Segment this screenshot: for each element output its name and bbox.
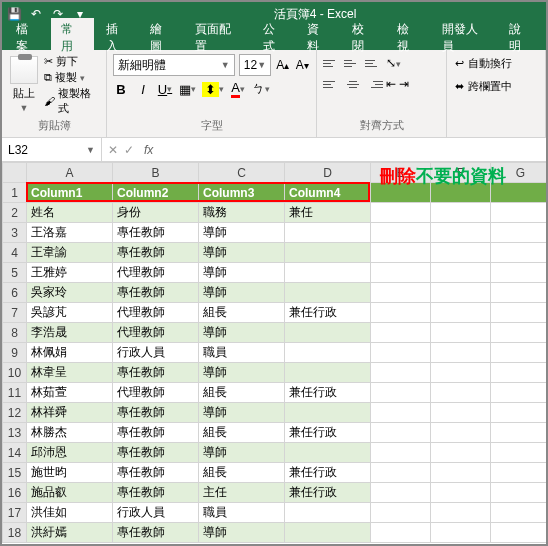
cell[interactable]: 兼任行政	[285, 383, 371, 403]
cell[interactable]	[431, 503, 491, 523]
cell[interactable]: 李浩晟	[27, 323, 113, 343]
row-header[interactable]: 14	[3, 443, 27, 463]
cell[interactable]: 行政人員	[113, 343, 199, 363]
cell[interactable]: 施品叡	[27, 483, 113, 503]
cell[interactable]	[285, 283, 371, 303]
align-bottom-button[interactable]	[365, 54, 383, 72]
cell[interactable]	[491, 263, 549, 283]
cell[interactable]: 專任教師	[113, 223, 199, 243]
cell[interactable]	[431, 303, 491, 323]
cell[interactable]: 導師	[199, 243, 285, 263]
cell[interactable]	[285, 403, 371, 423]
row-header[interactable]: 2	[3, 203, 27, 223]
cell[interactable]: 林韋呈	[27, 363, 113, 383]
cell[interactable]	[431, 363, 491, 383]
cell[interactable]	[491, 443, 549, 463]
cell[interactable]	[371, 443, 431, 463]
cell[interactable]: 導師	[199, 283, 285, 303]
cell[interactable]	[431, 323, 491, 343]
format-painter-button[interactable]: 🖌複製格式	[44, 86, 100, 116]
cell[interactable]: 職員	[199, 503, 285, 523]
cell[interactable]	[285, 263, 371, 283]
name-box[interactable]: L32▼	[2, 138, 102, 161]
col-header-A[interactable]: A	[27, 163, 113, 183]
cell[interactable]	[285, 323, 371, 343]
cut-button[interactable]: ✂剪下	[44, 54, 100, 69]
cell[interactable]: 吳家玲	[27, 283, 113, 303]
cell[interactable]	[491, 383, 549, 403]
underline-button[interactable]: U▾	[157, 79, 173, 99]
row-header[interactable]: 18	[3, 523, 27, 543]
cell[interactable]	[285, 503, 371, 523]
row-header[interactable]: 6	[3, 283, 27, 303]
cell[interactable]	[431, 483, 491, 503]
cell[interactable]	[285, 523, 371, 543]
cell[interactable]	[491, 363, 549, 383]
cell[interactable]	[285, 443, 371, 463]
worksheet-grid[interactable]: A B C D E F G 1Column1Column2Column3Colu…	[2, 162, 546, 543]
cell[interactable]	[431, 523, 491, 543]
merge-center-button[interactable]: ⬌跨欄置中	[453, 77, 539, 96]
cell[interactable]: 代理教師	[113, 303, 199, 323]
cell[interactable]	[371, 503, 431, 523]
cell[interactable]: 行政人員	[113, 503, 199, 523]
cell[interactable]: 兼任行政	[285, 483, 371, 503]
row-header[interactable]: 13	[3, 423, 27, 443]
font-name-select[interactable]: 新細明體▼	[113, 54, 235, 76]
font-size-select[interactable]: 12▼	[239, 54, 271, 76]
cell[interactable]: 林茹萱	[27, 383, 113, 403]
cell[interactable]: 組長	[199, 463, 285, 483]
align-right-button[interactable]	[365, 75, 383, 93]
cell[interactable]	[371, 343, 431, 363]
cell[interactable]	[431, 443, 491, 463]
cell[interactable]	[285, 343, 371, 363]
row-header[interactable]: 16	[3, 483, 27, 503]
table-header-cell[interactable]: Column2	[113, 183, 199, 203]
orientation-button[interactable]: ⤡▾	[386, 56, 401, 70]
cell[interactable]: 導師	[199, 323, 285, 343]
increase-font-button[interactable]: A▴	[275, 54, 290, 76]
decrease-indent-button[interactable]: ⇤	[386, 77, 396, 91]
cell[interactable]	[371, 483, 431, 503]
cell[interactable]: 林佩娟	[27, 343, 113, 363]
cell[interactable]: 施世昀	[27, 463, 113, 483]
row-header[interactable]: 15	[3, 463, 27, 483]
row-header[interactable]: 1	[3, 183, 27, 203]
row-header[interactable]: 12	[3, 403, 27, 423]
cell[interactable]: 兼任	[285, 203, 371, 223]
cell[interactable]: 組長	[199, 383, 285, 403]
cell[interactable]: 林祥舜	[27, 403, 113, 423]
row-header[interactable]: 10	[3, 363, 27, 383]
row-header[interactable]: 11	[3, 383, 27, 403]
cell[interactable]	[431, 423, 491, 443]
border-button[interactable]: ▦▾	[179, 79, 196, 99]
cell[interactable]: 組長	[199, 423, 285, 443]
row-header[interactable]: 7	[3, 303, 27, 323]
cell[interactable]: 身份	[113, 203, 199, 223]
table-header-cell[interactable]: Column4	[285, 183, 371, 203]
cell[interactable]: 邱沛恩	[27, 443, 113, 463]
col-header-B[interactable]: B	[113, 163, 199, 183]
cell[interactable]	[371, 283, 431, 303]
cell[interactable]	[491, 323, 549, 343]
cell[interactable]: 組長	[199, 303, 285, 323]
cell[interactable]: 導師	[199, 443, 285, 463]
cell[interactable]	[491, 403, 549, 423]
phonetic-button[interactable]: ㄅ▾	[252, 79, 270, 99]
cell[interactable]: 兼任行政	[285, 463, 371, 483]
cell[interactable]: 王雅婷	[27, 263, 113, 283]
row-header[interactable]: 3	[3, 223, 27, 243]
cell[interactable]: 專任教師	[113, 363, 199, 383]
cell[interactable]: 專任教師	[113, 243, 199, 263]
cell[interactable]	[491, 423, 549, 443]
cell[interactable]: 專任教師	[113, 443, 199, 463]
cell[interactable]	[371, 363, 431, 383]
cell[interactable]	[371, 383, 431, 403]
cell[interactable]: 專任教師	[113, 283, 199, 303]
cell[interactable]: 代理教師	[113, 383, 199, 403]
cell[interactable]	[431, 383, 491, 403]
fx-icon[interactable]: fx	[140, 143, 157, 157]
cell[interactable]	[431, 263, 491, 283]
col-header-C[interactable]: C	[199, 163, 285, 183]
row-header[interactable]: 9	[3, 343, 27, 363]
